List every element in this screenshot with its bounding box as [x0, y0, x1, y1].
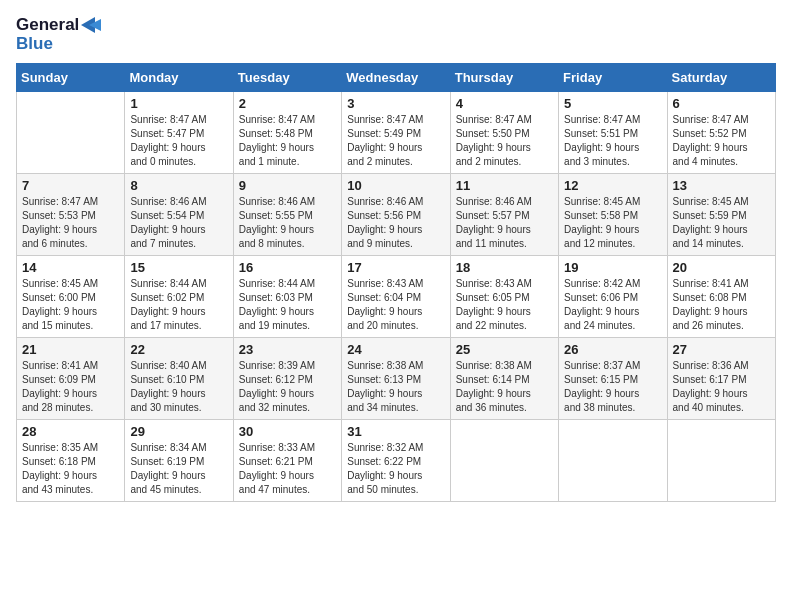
calendar-cell: 21Sunrise: 8:41 AM Sunset: 6:09 PM Dayli…	[17, 338, 125, 420]
day-info: Sunrise: 8:46 AM Sunset: 5:57 PM Dayligh…	[456, 195, 553, 251]
day-info: Sunrise: 8:47 AM Sunset: 5:52 PM Dayligh…	[673, 113, 770, 169]
day-number: 1	[130, 96, 227, 111]
calendar-cell: 17Sunrise: 8:43 AM Sunset: 6:04 PM Dayli…	[342, 256, 450, 338]
day-number: 10	[347, 178, 444, 193]
day-info: Sunrise: 8:44 AM Sunset: 6:02 PM Dayligh…	[130, 277, 227, 333]
weekday-header: Saturday	[667, 64, 775, 92]
weekday-header: Sunday	[17, 64, 125, 92]
day-number: 13	[673, 178, 770, 193]
day-number: 24	[347, 342, 444, 357]
calendar-week-row: 28Sunrise: 8:35 AM Sunset: 6:18 PM Dayli…	[17, 420, 776, 502]
day-info: Sunrise: 8:43 AM Sunset: 6:05 PM Dayligh…	[456, 277, 553, 333]
calendar-cell	[17, 92, 125, 174]
calendar-week-row: 1Sunrise: 8:47 AM Sunset: 5:47 PM Daylig…	[17, 92, 776, 174]
day-number: 25	[456, 342, 553, 357]
logo-blue: Blue	[16, 35, 101, 54]
day-info: Sunrise: 8:46 AM Sunset: 5:55 PM Dayligh…	[239, 195, 336, 251]
logo-text: General Blue	[16, 16, 101, 53]
calendar-cell: 27Sunrise: 8:36 AM Sunset: 6:17 PM Dayli…	[667, 338, 775, 420]
calendar-week-row: 21Sunrise: 8:41 AM Sunset: 6:09 PM Dayli…	[17, 338, 776, 420]
calendar-cell: 22Sunrise: 8:40 AM Sunset: 6:10 PM Dayli…	[125, 338, 233, 420]
calendar-cell: 3Sunrise: 8:47 AM Sunset: 5:49 PM Daylig…	[342, 92, 450, 174]
day-info: Sunrise: 8:46 AM Sunset: 5:56 PM Dayligh…	[347, 195, 444, 251]
day-number: 12	[564, 178, 661, 193]
weekday-header: Tuesday	[233, 64, 341, 92]
day-number: 27	[673, 342, 770, 357]
day-info: Sunrise: 8:45 AM Sunset: 5:58 PM Dayligh…	[564, 195, 661, 251]
day-info: Sunrise: 8:47 AM Sunset: 5:49 PM Dayligh…	[347, 113, 444, 169]
day-info: Sunrise: 8:41 AM Sunset: 6:09 PM Dayligh…	[22, 359, 119, 415]
day-info: Sunrise: 8:38 AM Sunset: 6:14 PM Dayligh…	[456, 359, 553, 415]
day-number: 21	[22, 342, 119, 357]
calendar-cell: 18Sunrise: 8:43 AM Sunset: 6:05 PM Dayli…	[450, 256, 558, 338]
day-number: 15	[130, 260, 227, 275]
calendar-cell: 23Sunrise: 8:39 AM Sunset: 6:12 PM Dayli…	[233, 338, 341, 420]
day-info: Sunrise: 8:44 AM Sunset: 6:03 PM Dayligh…	[239, 277, 336, 333]
day-number: 30	[239, 424, 336, 439]
calendar-cell: 12Sunrise: 8:45 AM Sunset: 5:58 PM Dayli…	[559, 174, 667, 256]
weekday-header: Friday	[559, 64, 667, 92]
day-number: 7	[22, 178, 119, 193]
calendar-cell: 6Sunrise: 8:47 AM Sunset: 5:52 PM Daylig…	[667, 92, 775, 174]
calendar-cell: 20Sunrise: 8:41 AM Sunset: 6:08 PM Dayli…	[667, 256, 775, 338]
calendar-cell: 28Sunrise: 8:35 AM Sunset: 6:18 PM Dayli…	[17, 420, 125, 502]
day-info: Sunrise: 8:47 AM Sunset: 5:48 PM Dayligh…	[239, 113, 336, 169]
calendar-table: SundayMondayTuesdayWednesdayThursdayFrid…	[16, 63, 776, 502]
calendar-cell: 7Sunrise: 8:47 AM Sunset: 5:53 PM Daylig…	[17, 174, 125, 256]
logo: General Blue	[16, 16, 101, 53]
day-info: Sunrise: 8:40 AM Sunset: 6:10 PM Dayligh…	[130, 359, 227, 415]
calendar-cell: 2Sunrise: 8:47 AM Sunset: 5:48 PM Daylig…	[233, 92, 341, 174]
day-number: 2	[239, 96, 336, 111]
calendar-cell: 1Sunrise: 8:47 AM Sunset: 5:47 PM Daylig…	[125, 92, 233, 174]
day-info: Sunrise: 8:34 AM Sunset: 6:19 PM Dayligh…	[130, 441, 227, 497]
day-number: 18	[456, 260, 553, 275]
day-number: 9	[239, 178, 336, 193]
calendar-week-row: 7Sunrise: 8:47 AM Sunset: 5:53 PM Daylig…	[17, 174, 776, 256]
day-info: Sunrise: 8:45 AM Sunset: 6:00 PM Dayligh…	[22, 277, 119, 333]
day-number: 31	[347, 424, 444, 439]
day-number: 23	[239, 342, 336, 357]
calendar-cell	[450, 420, 558, 502]
calendar-cell: 15Sunrise: 8:44 AM Sunset: 6:02 PM Dayli…	[125, 256, 233, 338]
calendar-cell: 26Sunrise: 8:37 AM Sunset: 6:15 PM Dayli…	[559, 338, 667, 420]
calendar-cell: 11Sunrise: 8:46 AM Sunset: 5:57 PM Dayli…	[450, 174, 558, 256]
weekday-header: Wednesday	[342, 64, 450, 92]
day-number: 29	[130, 424, 227, 439]
calendar-week-row: 14Sunrise: 8:45 AM Sunset: 6:00 PM Dayli…	[17, 256, 776, 338]
weekday-header-row: SundayMondayTuesdayWednesdayThursdayFrid…	[17, 64, 776, 92]
day-info: Sunrise: 8:43 AM Sunset: 6:04 PM Dayligh…	[347, 277, 444, 333]
calendar-cell: 31Sunrise: 8:32 AM Sunset: 6:22 PM Dayli…	[342, 420, 450, 502]
day-number: 20	[673, 260, 770, 275]
page-header: General Blue	[16, 16, 776, 53]
day-info: Sunrise: 8:38 AM Sunset: 6:13 PM Dayligh…	[347, 359, 444, 415]
calendar-cell: 8Sunrise: 8:46 AM Sunset: 5:54 PM Daylig…	[125, 174, 233, 256]
calendar-cell: 25Sunrise: 8:38 AM Sunset: 6:14 PM Dayli…	[450, 338, 558, 420]
day-info: Sunrise: 8:41 AM Sunset: 6:08 PM Dayligh…	[673, 277, 770, 333]
day-number: 11	[456, 178, 553, 193]
calendar-cell: 24Sunrise: 8:38 AM Sunset: 6:13 PM Dayli…	[342, 338, 450, 420]
day-number: 5	[564, 96, 661, 111]
calendar-cell: 13Sunrise: 8:45 AM Sunset: 5:59 PM Dayli…	[667, 174, 775, 256]
calendar-cell: 30Sunrise: 8:33 AM Sunset: 6:21 PM Dayli…	[233, 420, 341, 502]
calendar-cell: 4Sunrise: 8:47 AM Sunset: 5:50 PM Daylig…	[450, 92, 558, 174]
day-info: Sunrise: 8:35 AM Sunset: 6:18 PM Dayligh…	[22, 441, 119, 497]
day-number: 14	[22, 260, 119, 275]
weekday-header: Thursday	[450, 64, 558, 92]
day-info: Sunrise: 8:47 AM Sunset: 5:53 PM Dayligh…	[22, 195, 119, 251]
day-info: Sunrise: 8:37 AM Sunset: 6:15 PM Dayligh…	[564, 359, 661, 415]
day-info: Sunrise: 8:47 AM Sunset: 5:51 PM Dayligh…	[564, 113, 661, 169]
day-info: Sunrise: 8:33 AM Sunset: 6:21 PM Dayligh…	[239, 441, 336, 497]
day-info: Sunrise: 8:47 AM Sunset: 5:47 PM Dayligh…	[130, 113, 227, 169]
day-number: 8	[130, 178, 227, 193]
day-number: 16	[239, 260, 336, 275]
logo-general: General	[16, 16, 79, 35]
calendar-cell: 10Sunrise: 8:46 AM Sunset: 5:56 PM Dayli…	[342, 174, 450, 256]
day-info: Sunrise: 8:42 AM Sunset: 6:06 PM Dayligh…	[564, 277, 661, 333]
day-info: Sunrise: 8:32 AM Sunset: 6:22 PM Dayligh…	[347, 441, 444, 497]
day-number: 6	[673, 96, 770, 111]
calendar-cell: 9Sunrise: 8:46 AM Sunset: 5:55 PM Daylig…	[233, 174, 341, 256]
weekday-header: Monday	[125, 64, 233, 92]
day-info: Sunrise: 8:36 AM Sunset: 6:17 PM Dayligh…	[673, 359, 770, 415]
day-info: Sunrise: 8:46 AM Sunset: 5:54 PM Dayligh…	[130, 195, 227, 251]
calendar-cell: 14Sunrise: 8:45 AM Sunset: 6:00 PM Dayli…	[17, 256, 125, 338]
